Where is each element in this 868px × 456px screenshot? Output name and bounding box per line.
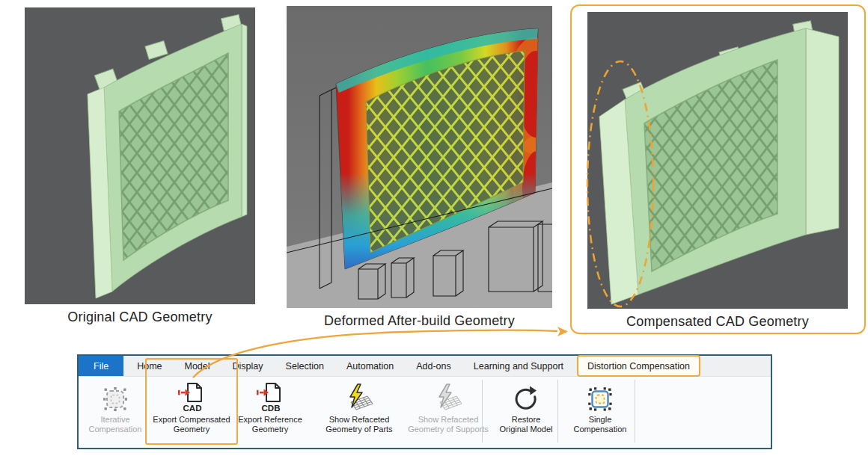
render-original-cad xyxy=(25,7,255,304)
button-label: Restore xyxy=(512,415,541,424)
button-export-compensated-geometry[interactable]: CAD Export Compensated Geometry xyxy=(147,379,236,434)
button-label: Compensation xyxy=(574,425,627,434)
restore-arrow-icon xyxy=(488,379,564,413)
button-label: Single xyxy=(589,415,612,424)
button-label: Geometry xyxy=(174,425,210,434)
figure-caption: Original CAD Geometry xyxy=(25,309,255,325)
button-single-compensation[interactable]: Single Compensation xyxy=(561,379,639,434)
figure-deformed: Deformed After-build Geometry xyxy=(287,6,552,329)
marquee-blue-icon xyxy=(561,379,639,413)
button-label: Show Refaceted xyxy=(329,415,390,424)
button-export-reference-geometry[interactable]: CDB Export Reference Geometry xyxy=(229,379,311,434)
button-label: Export Reference xyxy=(238,415,302,424)
figure-caption: Compensated CAD Geometry xyxy=(587,314,848,330)
tab-display[interactable]: Display xyxy=(224,356,272,376)
button-group-separator xyxy=(557,380,558,443)
deformed-panel-render xyxy=(287,6,552,308)
ribbon-tab-bar: File Home Model Display Selection Automa… xyxy=(79,356,771,377)
button-restore-original-model[interactable]: Restore Original Model xyxy=(488,379,564,434)
ribbon: File Home Model Display Selection Automa… xyxy=(77,354,772,449)
button-label: Geometry xyxy=(252,425,288,434)
render-deformed xyxy=(287,6,552,308)
export-cdb-doc-icon: CDB xyxy=(229,379,311,413)
lightning-mesh-icon xyxy=(315,379,403,413)
button-label: Compensation xyxy=(89,425,142,434)
ribbon-button-row: Iterative Compensation CAD Export Compen… xyxy=(79,377,771,447)
tab-file[interactable]: File xyxy=(79,356,123,376)
tab-selection[interactable]: Selection xyxy=(277,356,333,376)
button-show-refaceted-parts[interactable]: Show Refaceted Geometry of Parts xyxy=(315,379,403,434)
button-label: Geometry of Supports xyxy=(408,425,489,434)
figure-compensated: Compensated CAD Geometry xyxy=(587,12,848,330)
original-panel-render xyxy=(25,7,255,304)
compensated-highlight-box: Compensated CAD Geometry xyxy=(570,4,866,334)
figure-original-cad: Original CAD Geometry xyxy=(25,7,255,325)
compensated-panel-render xyxy=(587,12,848,309)
svg-text:CDB: CDB xyxy=(262,404,281,413)
export-cad-doc-icon: CAD xyxy=(147,379,236,413)
tab-learning-and-support[interactable]: Learning and Support xyxy=(465,356,572,376)
button-group-separator xyxy=(635,380,635,443)
tab-distortion-compensation[interactable]: Distortion Compensation xyxy=(577,355,700,377)
marquee-dashed-icon xyxy=(79,379,152,413)
tab-automation[interactable]: Automation xyxy=(337,356,403,376)
page: Original CAD Geometry xyxy=(0,0,868,456)
figure-caption: Deformed After-build Geometry xyxy=(287,313,552,329)
tab-home[interactable]: Home xyxy=(128,356,171,376)
button-label: Iterative xyxy=(100,415,129,424)
button-iterative-compensation: Iterative Compensation xyxy=(79,379,152,434)
svg-text:CAD: CAD xyxy=(183,404,202,413)
button-label: Original Model xyxy=(500,425,553,434)
annotation-arrowhead xyxy=(557,327,568,336)
render-compensated xyxy=(587,12,848,309)
button-label: Show Refaceted xyxy=(418,415,479,424)
tab-add-ons[interactable]: Add-ons xyxy=(407,356,460,376)
tab-model[interactable]: Model xyxy=(176,356,219,376)
button-label: Geometry of Parts xyxy=(326,425,392,434)
button-label: Export Compensated xyxy=(153,415,230,424)
button-group-separator xyxy=(482,380,483,443)
